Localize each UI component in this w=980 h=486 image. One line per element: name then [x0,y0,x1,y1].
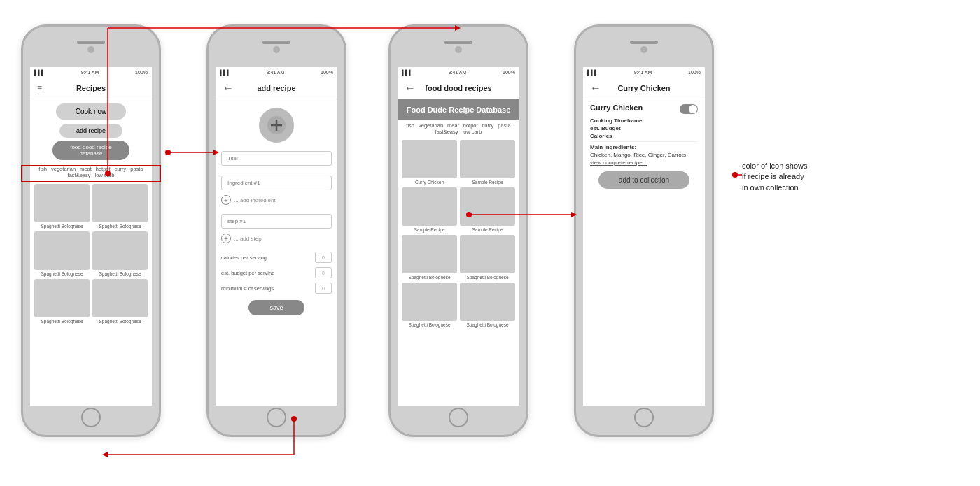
phone4-title: Curry Chicken [617,84,670,92]
list-item[interactable]: Spaghetti Bolognese [460,283,515,327]
food-dood-button[interactable]: food dood recipe database [52,141,130,160]
ingredient-input[interactable] [221,176,332,190]
calories-label: Calories [590,133,698,139]
p3-cat-vegetarian[interactable]: vegetarian [419,122,443,129]
list-item[interactable]: Spaghetti Bolognese [402,235,457,280]
add-step-row[interactable]: + ... add step [216,231,337,245]
recipe-label-4: Spaghetti Bolognese [92,271,148,276]
p3-cat-fish[interactable]: fish [406,122,414,129]
cook-now-button[interactable]: Cook now [56,103,126,120]
add-recipe-button[interactable]: add recipe [59,124,122,138]
cat-vegetarian[interactable]: vegetarian [51,166,76,172]
phone4-signal: ▌▌▌ [587,70,598,75]
curry-chicken-title: Curry Chicken [590,103,643,112]
cat-pasta[interactable]: pasta [130,166,143,172]
annotation-line2: if recipe is already [742,172,804,180]
cat-fasteasy[interactable]: fast&easy [68,172,91,178]
phone3-home-btn[interactable] [449,408,468,427]
back-icon-3[interactable]: ← [405,82,416,94]
list-item[interactable]: Spaghetti Bolognese [92,184,148,229]
p3-recipe-label-8: Spaghetti Bolognese [460,322,515,327]
p3-recipe-label-4: Sample Recipe [460,227,515,232]
phone3-nav: ← food dood recipes [398,77,519,99]
collection-toggle[interactable] [680,104,698,114]
p3-cat-curry[interactable]: curry [482,122,494,129]
ingredients-heading: Main Ingredients: [590,144,636,150]
phone2-home-btn[interactable] [267,408,286,427]
recipe-thumb-2 [92,184,148,222]
step-input[interactable] [221,214,332,229]
phone2-status-bar: ▌▌▌ 9:41 AM 100% [216,67,337,77]
list-item[interactable]: Sample Recipe [402,187,457,232]
p3-recipe-thumb-6 [460,235,515,273]
phone1-speaker [77,41,105,44]
p3-recipe-thumb-1 [402,140,457,178]
phone1-home-btn[interactable] [81,408,101,427]
cat-lowcarb[interactable]: low carb [95,172,115,178]
phone2-camera [273,46,280,53]
budget-input[interactable] [315,267,332,278]
food-dood-title: Food Dude Recipe Database [403,105,514,115]
p3-cat-hotpot[interactable]: hotpot [463,122,478,129]
add-ingredient-icon[interactable]: + [221,195,231,205]
p3-recipe-thumb-4 [460,187,515,226]
p3-recipe-label-5: Spaghetti Bolognese [402,275,457,280]
list-item[interactable]: Spaghetti Bolognese [34,231,90,276]
phone1-recipe-grid: Spaghetti Bolognese Spaghetti Bolognese … [30,181,152,327]
ingredient-list: Chicken, Mango, Rice, Ginger, Carrots [590,152,698,158]
add-step-icon[interactable]: + [221,234,231,243]
recipe-thumb-6 [92,279,148,317]
list-item[interactable]: Spaghetti Bolognese [460,235,515,280]
annotation-line1: color of icon shows [742,162,808,170]
p3-recipe-label-2: Sample Recipe [460,180,515,185]
add-ingredient-label: ... add ingredient [234,197,276,203]
phone4-home-btn[interactable] [634,408,654,427]
save-button[interactable]: save [248,300,304,315]
list-item[interactable]: Sample Recipe [460,140,515,185]
phone3-screen: ▌▌▌ 9:41 AM 100% ← food dood recipes Foo… [398,67,519,406]
back-icon[interactable]: ← [223,82,234,94]
add-recipe-icon[interactable] [259,108,294,143]
add-to-collection-button[interactable]: add to collection [598,171,690,189]
phone1-nav: ≡ Recipes [30,77,152,99]
phone-4: ▌▌▌ 9:41 AM 100% ← Curry Chicken Curry C… [574,24,714,437]
phone4-screen: ▌▌▌ 9:41 AM 100% ← Curry Chicken Curry C… [583,67,705,406]
list-item[interactable]: Spaghetti Bolognese [402,283,457,327]
phone3-speaker [444,41,472,44]
toggle-annotation: color of icon shows if recipe is already… [742,161,808,193]
p3-recipe-thumb-3 [402,187,457,226]
view-recipe-link[interactable]: view complete recipe... [590,159,698,166]
list-item[interactable]: Sample Recipe [460,187,515,232]
list-item[interactable]: Spaghetti Bolognese [92,279,148,324]
cat-meat[interactable]: meat [80,166,92,172]
list-item[interactable]: Curry Chicken [402,140,457,185]
annotation-line3: in own collection [742,183,799,192]
list-item[interactable]: Spaghetti Bolognese [34,184,90,229]
calories-row: calories per serving [216,250,337,265]
minimum-input[interactable] [315,283,332,294]
p3-recipe-thumb-2 [460,140,515,178]
phone2-content: ▌▌▌ 9:41 AM 100% ← add recipe [216,67,337,406]
p3-cat-meat[interactable]: meat [447,122,459,129]
add-ingredient-row[interactable]: + ... add ingredient [216,193,337,207]
cat-fish[interactable]: fish [38,166,47,172]
title-input[interactable] [221,151,332,166]
p3-recipe-thumb-8 [460,283,515,321]
cat-curry[interactable]: curry [115,166,127,172]
cat-hotpot[interactable]: hotpot [96,166,111,172]
phone3-status-bar: ▌▌▌ 9:41 AM 100% [398,67,519,77]
phone2-nav: ← add recipe [216,77,337,99]
calories-input[interactable] [315,252,332,263]
hamburger-icon[interactable]: ≡ [37,83,42,93]
svg-point-17 [732,172,738,178]
list-item[interactable]: Spaghetti Bolognese [34,279,90,324]
main-ingredients-label: Main Ingredients: [590,144,698,150]
back-icon-4[interactable]: ← [590,82,601,94]
svg-point-3 [165,150,171,155]
p3-cat-lowcarb[interactable]: low carb [463,129,482,135]
phone1-title: Recipes [76,84,106,92]
p3-cat-pasta[interactable]: pasta [498,122,510,129]
p3-cat-fasteasy[interactable]: fast&easy [435,129,458,135]
list-item[interactable]: Spaghetti Bolognese [92,231,148,276]
recipe-thumb-4 [92,231,148,270]
